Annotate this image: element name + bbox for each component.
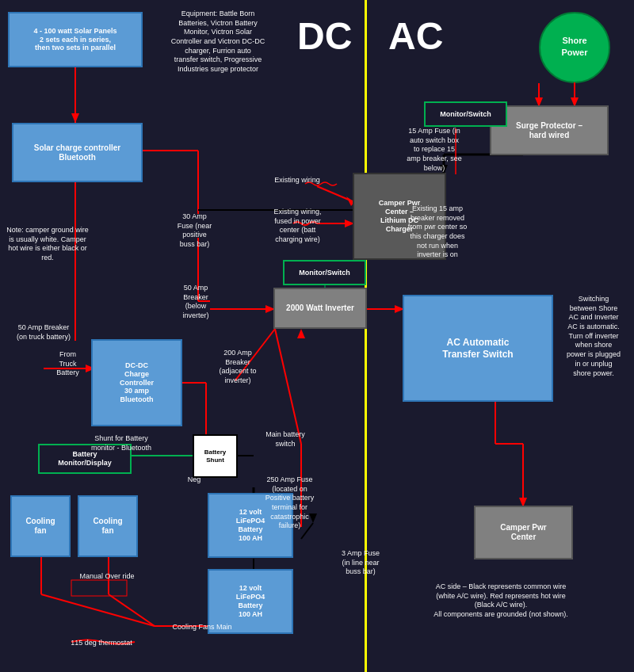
- equipment-note: Equipment: Battle BornBatteries, Victron…: [158, 10, 277, 74]
- fuse-30amp-label: 30 AmpFuse (nearpositivebuss bar): [169, 212, 220, 250]
- camper-pwr-center2-box: Camper PwrCenter: [474, 506, 573, 559]
- solar-panels-box: 4 - 100 watt Solar Panels 2 sets each in…: [8, 12, 143, 67]
- svg-marker-43: [297, 329, 305, 338]
- cooling-fan2-box: Coolingfan: [78, 495, 138, 557]
- thermostat-label: 115 deg thermostat: [62, 639, 141, 648]
- manual-override-label: Manual Over ride: [71, 572, 143, 582]
- svg-rect-52: [71, 580, 127, 596]
- svg-text:Shore: Shore: [562, 36, 586, 45]
- dcdc-charger-box: DC-DCChargeController30 ampBluetooth: [91, 339, 182, 426]
- main-battery-switch-label: Main batteryswitch: [254, 430, 317, 449]
- cooling-fans-main-label: Cooling Fans Main: [155, 623, 250, 632]
- existing-wiring2-label: Existing wiring,fused in powercenter (ba…: [260, 208, 335, 245]
- breaker-50amp-truck-label: 50 Amp Breaker(on truck battery): [4, 323, 83, 342]
- from-truck-label: FromTruckBattery: [46, 350, 90, 378]
- inverter-box: 2000 Watt Inverter: [273, 288, 367, 329]
- neg-label: Neg: [182, 475, 206, 485]
- svg-line-49: [41, 594, 155, 626]
- fuse-250amp-label: 250 Amp Fuse(located onPositive batteryt…: [252, 475, 327, 531]
- shunt-label: Shunt for Batterymonitor - Bluetooth: [70, 434, 173, 452]
- svg-text:Power: Power: [561, 48, 588, 57]
- diagram: DC AC: [0, 0, 634, 672]
- monitor-switch1-box: Monitor/Switch: [424, 101, 507, 127]
- switching-note-label: Switchingbetween ShoreAC and InverterAC …: [558, 295, 629, 378]
- surge-protector-box: Surge Protector –hard wired: [490, 105, 609, 155]
- battery-shunt-box: BatteryShunt: [193, 434, 238, 478]
- breaker-50amp-label: 50 AmpBreaker(belowinverter): [168, 284, 223, 321]
- svg-marker-1: [71, 113, 79, 123]
- camper-ground-note: Note: camper ground wire is usually whit…: [4, 226, 91, 263]
- existing-wiring-label: Existing wiring: [262, 176, 333, 185]
- ac-transfer-switch-box: AC AutomaticTransfer Switch: [403, 295, 553, 402]
- breaker-removed-label: Existing 15 ampbreaker removedfrom pwr c…: [386, 204, 489, 260]
- breaker-200amp-label: 200 AmpBreaker(adjacent toinverter): [206, 349, 269, 386]
- ac-side-note-label: AC side – Black represents common wire(w…: [402, 582, 600, 620]
- fuse-3amp-label: 3 Amp Fuse(in line nearbuss bar): [329, 549, 392, 577]
- solar-controller-box: Solar charge controllerBluetooth: [12, 123, 143, 182]
- svg-line-50: [109, 594, 155, 626]
- svg-line-42: [275, 329, 301, 444]
- monitor-switch2-box: Monitor/Switch: [283, 260, 366, 285]
- fuse-15amp-label: 15 Amp Fuse (inauto switch boxto replace…: [387, 127, 482, 173]
- cooling-fan1-box: Coolingfan: [10, 495, 71, 557]
